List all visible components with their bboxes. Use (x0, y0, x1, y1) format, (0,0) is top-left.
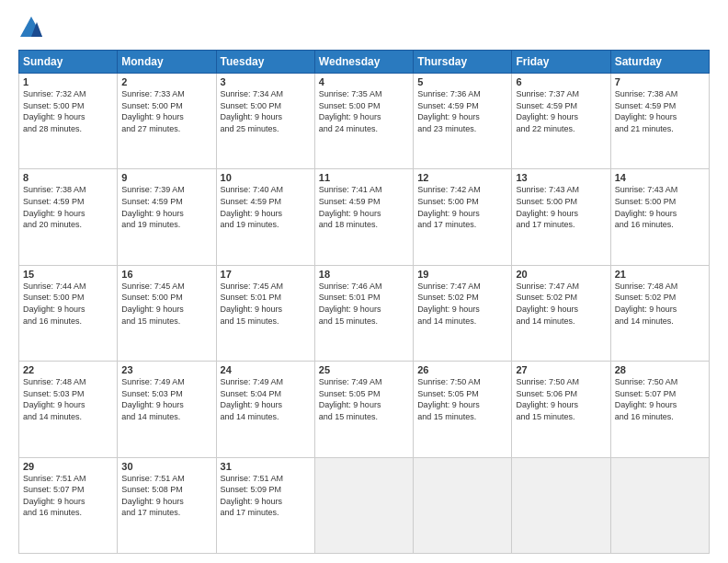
day-number: 8 (23, 172, 113, 183)
weekday-header-monday: Monday (118, 51, 216, 74)
day-number: 13 (516, 172, 606, 183)
calendar-cell: 29Sunrise: 7:51 AM Sunset: 5:07 PM Dayli… (19, 457, 118, 553)
week-row-5: 29Sunrise: 7:51 AM Sunset: 5:07 PM Dayli… (19, 457, 710, 553)
calendar-cell: 23Sunrise: 7:49 AM Sunset: 5:03 PM Dayli… (118, 362, 216, 457)
day-info: Sunrise: 7:33 AM Sunset: 5:00 PM Dayligh… (121, 88, 211, 134)
header (18, 15, 710, 40)
week-row-4: 22Sunrise: 7:48 AM Sunset: 5:03 PM Dayli… (19, 362, 710, 457)
calendar-cell: 20Sunrise: 7:47 AM Sunset: 5:02 PM Dayli… (512, 265, 610, 361)
day-info: Sunrise: 7:43 AM Sunset: 5:00 PM Dayligh… (615, 184, 705, 230)
day-info: Sunrise: 7:36 AM Sunset: 4:59 PM Dayligh… (417, 88, 507, 134)
day-info: Sunrise: 7:39 AM Sunset: 4:59 PM Dayligh… (121, 184, 211, 230)
day-info: Sunrise: 7:45 AM Sunset: 5:01 PM Dayligh… (221, 281, 311, 327)
calendar-cell: 10Sunrise: 7:40 AM Sunset: 4:59 PM Dayli… (216, 169, 314, 265)
day-number: 15 (23, 269, 113, 280)
calendar-cell: 17Sunrise: 7:45 AM Sunset: 5:01 PM Dayli… (216, 265, 314, 361)
calendar-cell (512, 457, 610, 553)
page: SundayMondayTuesdayWednesdayThursdayFrid… (0, 0, 728, 563)
calendar-cell (414, 457, 512, 553)
calendar-cell: 7Sunrise: 7:38 AM Sunset: 4:59 PM Daylig… (610, 74, 709, 169)
calendar-cell: 24Sunrise: 7:49 AM Sunset: 5:04 PM Dayli… (216, 362, 314, 457)
week-row-2: 8Sunrise: 7:38 AM Sunset: 4:59 PM Daylig… (19, 169, 710, 265)
day-info: Sunrise: 7:49 AM Sunset: 5:03 PM Dayligh… (121, 376, 211, 422)
day-number: 23 (121, 364, 211, 375)
weekday-header-tuesday: Tuesday (216, 51, 314, 74)
day-number: 31 (221, 461, 311, 472)
day-number: 14 (615, 172, 705, 183)
day-info: Sunrise: 7:51 AM Sunset: 5:08 PM Dayligh… (121, 473, 211, 519)
day-info: Sunrise: 7:37 AM Sunset: 4:59 PM Dayligh… (516, 88, 606, 134)
day-number: 2 (121, 76, 211, 87)
day-info: Sunrise: 7:50 AM Sunset: 5:07 PM Dayligh… (615, 376, 705, 422)
calendar-cell: 8Sunrise: 7:38 AM Sunset: 4:59 PM Daylig… (19, 169, 118, 265)
calendar-cell: 1Sunrise: 7:32 AM Sunset: 5:00 PM Daylig… (19, 74, 118, 169)
logo (18, 15, 48, 40)
day-info: Sunrise: 7:47 AM Sunset: 5:02 PM Dayligh… (417, 281, 507, 327)
logo-icon (18, 15, 44, 40)
day-number: 27 (516, 364, 606, 375)
day-info: Sunrise: 7:34 AM Sunset: 5:00 PM Dayligh… (221, 88, 311, 134)
day-info: Sunrise: 7:32 AM Sunset: 5:00 PM Dayligh… (23, 88, 113, 134)
calendar-cell: 19Sunrise: 7:47 AM Sunset: 5:02 PM Dayli… (414, 265, 512, 361)
day-info: Sunrise: 7:46 AM Sunset: 5:01 PM Dayligh… (319, 281, 409, 327)
day-number: 18 (319, 269, 409, 280)
calendar-cell: 27Sunrise: 7:50 AM Sunset: 5:06 PM Dayli… (512, 362, 610, 457)
calendar-cell: 9Sunrise: 7:39 AM Sunset: 4:59 PM Daylig… (118, 169, 216, 265)
weekday-header-wednesday: Wednesday (314, 51, 413, 74)
day-number: 29 (23, 461, 113, 472)
day-info: Sunrise: 7:50 AM Sunset: 5:06 PM Dayligh… (516, 376, 606, 422)
day-number: 4 (319, 76, 409, 87)
calendar-cell: 6Sunrise: 7:37 AM Sunset: 4:59 PM Daylig… (512, 74, 610, 169)
day-number: 19 (417, 269, 507, 280)
weekday-header-thursday: Thursday (414, 51, 512, 74)
calendar-cell: 30Sunrise: 7:51 AM Sunset: 5:08 PM Dayli… (118, 457, 216, 553)
calendar-cell: 18Sunrise: 7:46 AM Sunset: 5:01 PM Dayli… (314, 265, 413, 361)
day-number: 21 (615, 269, 705, 280)
day-info: Sunrise: 7:35 AM Sunset: 5:00 PM Dayligh… (319, 88, 409, 134)
day-number: 30 (121, 461, 211, 472)
day-number: 3 (221, 76, 311, 87)
day-number: 20 (516, 269, 606, 280)
day-number: 5 (417, 76, 507, 87)
day-number: 25 (319, 364, 409, 375)
calendar-cell: 12Sunrise: 7:42 AM Sunset: 5:00 PM Dayli… (414, 169, 512, 265)
calendar-cell (314, 457, 413, 553)
week-row-3: 15Sunrise: 7:44 AM Sunset: 5:00 PM Dayli… (19, 265, 710, 361)
day-info: Sunrise: 7:38 AM Sunset: 4:59 PM Dayligh… (615, 88, 705, 134)
day-number: 26 (417, 364, 507, 375)
day-number: 10 (221, 172, 311, 183)
calendar-cell: 16Sunrise: 7:45 AM Sunset: 5:00 PM Dayli… (118, 265, 216, 361)
calendar-cell: 21Sunrise: 7:48 AM Sunset: 5:02 PM Dayli… (610, 265, 709, 361)
day-info: Sunrise: 7:48 AM Sunset: 5:02 PM Dayligh… (615, 281, 705, 327)
day-info: Sunrise: 7:50 AM Sunset: 5:05 PM Dayligh… (417, 376, 507, 422)
calendar-cell: 11Sunrise: 7:41 AM Sunset: 4:59 PM Dayli… (314, 169, 413, 265)
calendar-cell: 14Sunrise: 7:43 AM Sunset: 5:00 PM Dayli… (610, 169, 709, 265)
day-number: 28 (615, 364, 705, 375)
calendar-cell: 5Sunrise: 7:36 AM Sunset: 4:59 PM Daylig… (414, 74, 512, 169)
calendar-cell: 26Sunrise: 7:50 AM Sunset: 5:05 PM Dayli… (414, 362, 512, 457)
calendar-cell: 25Sunrise: 7:49 AM Sunset: 5:05 PM Dayli… (314, 362, 413, 457)
calendar-cell: 4Sunrise: 7:35 AM Sunset: 5:00 PM Daylig… (314, 74, 413, 169)
day-info: Sunrise: 7:45 AM Sunset: 5:00 PM Dayligh… (121, 281, 211, 327)
day-info: Sunrise: 7:49 AM Sunset: 5:04 PM Dayligh… (221, 376, 311, 422)
day-info: Sunrise: 7:41 AM Sunset: 4:59 PM Dayligh… (319, 184, 409, 230)
calendar-cell: 13Sunrise: 7:43 AM Sunset: 5:00 PM Dayli… (512, 169, 610, 265)
weekday-header-friday: Friday (512, 51, 610, 74)
calendar-cell: 3Sunrise: 7:34 AM Sunset: 5:00 PM Daylig… (216, 74, 314, 169)
day-info: Sunrise: 7:44 AM Sunset: 5:00 PM Dayligh… (23, 281, 113, 327)
calendar-cell: 22Sunrise: 7:48 AM Sunset: 5:03 PM Dayli… (19, 362, 118, 457)
day-number: 12 (417, 172, 507, 183)
day-number: 22 (23, 364, 113, 375)
weekday-header-saturday: Saturday (610, 51, 709, 74)
week-row-1: 1Sunrise: 7:32 AM Sunset: 5:00 PM Daylig… (19, 74, 710, 169)
weekday-header-row: SundayMondayTuesdayWednesdayThursdayFrid… (19, 51, 710, 74)
day-info: Sunrise: 7:51 AM Sunset: 5:09 PM Dayligh… (221, 473, 311, 519)
day-info: Sunrise: 7:47 AM Sunset: 5:02 PM Dayligh… (516, 281, 606, 327)
day-number: 24 (221, 364, 311, 375)
day-number: 11 (319, 172, 409, 183)
day-number: 17 (221, 269, 311, 280)
calendar-cell: 2Sunrise: 7:33 AM Sunset: 5:00 PM Daylig… (118, 74, 216, 169)
calendar-cell: 28Sunrise: 7:50 AM Sunset: 5:07 PM Dayli… (610, 362, 709, 457)
calendar-cell: 31Sunrise: 7:51 AM Sunset: 5:09 PM Dayli… (216, 457, 314, 553)
calendar-table: SundayMondayTuesdayWednesdayThursdayFrid… (18, 50, 710, 554)
